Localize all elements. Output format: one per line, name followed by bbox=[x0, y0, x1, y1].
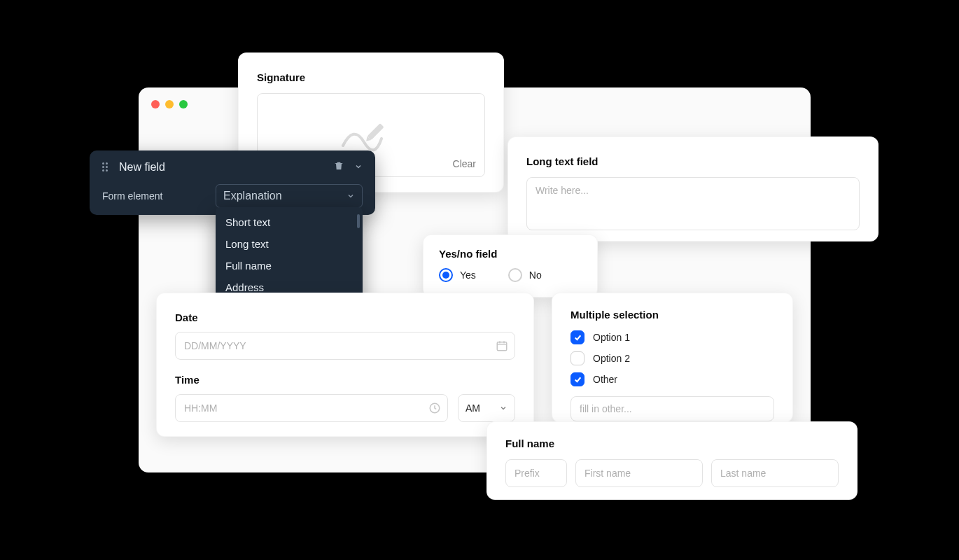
clock-icon[interactable] bbox=[428, 402, 441, 414]
dropdown-item-long-text[interactable]: Long text bbox=[216, 233, 363, 255]
minimize-icon[interactable] bbox=[165, 100, 174, 108]
trash-icon[interactable] bbox=[333, 160, 344, 174]
no-label: No bbox=[529, 270, 542, 281]
form-element-select-value: Explanation bbox=[223, 190, 282, 202]
chevron-down-icon bbox=[346, 192, 355, 200]
first-name-input[interactable] bbox=[575, 459, 703, 487]
option-label: Other bbox=[593, 374, 617, 385]
chevron-down-icon bbox=[499, 404, 507, 412]
yes-radio[interactable]: Yes bbox=[439, 268, 476, 282]
full-name-card: Full name bbox=[486, 421, 858, 500]
date-input[interactable] bbox=[175, 332, 515, 360]
signature-scribble-icon bbox=[340, 118, 402, 153]
yes-label: Yes bbox=[460, 270, 476, 281]
prefix-input[interactable] bbox=[505, 459, 567, 487]
multiple-selection-title: Multiple selection bbox=[570, 309, 774, 321]
checkbox-option-2[interactable]: Option 2 bbox=[570, 351, 774, 365]
radio-checked-icon bbox=[439, 268, 453, 282]
ampm-select[interactable]: AM bbox=[458, 394, 515, 422]
form-element-label: Form element bbox=[102, 190, 162, 202]
last-name-input[interactable] bbox=[711, 459, 839, 487]
window-controls bbox=[151, 100, 188, 108]
calendar-icon[interactable] bbox=[496, 340, 508, 352]
no-radio[interactable]: No bbox=[508, 268, 542, 282]
scrollbar[interactable] bbox=[357, 214, 360, 228]
checkbox-unchecked-icon bbox=[570, 351, 584, 365]
option-label: Option 2 bbox=[593, 353, 630, 364]
option-label: Option 1 bbox=[593, 332, 630, 343]
drag-handle-icon[interactable] bbox=[102, 162, 112, 172]
longtext-title: Long text field bbox=[526, 155, 860, 167]
dropdown-item-full-name[interactable]: Full name bbox=[216, 255, 363, 276]
time-label: Time bbox=[175, 374, 515, 386]
svg-rect-2 bbox=[497, 342, 507, 351]
checkbox-option-1[interactable]: Option 1 bbox=[570, 330, 774, 344]
close-icon[interactable] bbox=[151, 100, 160, 108]
other-input[interactable] bbox=[570, 396, 774, 421]
date-label: Date bbox=[175, 312, 515, 323]
signature-title: Signature bbox=[257, 71, 485, 83]
radio-unchecked-icon bbox=[508, 268, 522, 282]
new-field-title: New field bbox=[119, 161, 165, 174]
maximize-icon[interactable] bbox=[179, 100, 188, 108]
signature-clear-button[interactable]: Clear bbox=[453, 158, 476, 169]
longtext-card: Long text field bbox=[507, 136, 878, 241]
time-input[interactable] bbox=[175, 394, 448, 422]
chevron-down-icon[interactable] bbox=[354, 161, 363, 174]
ampm-value: AM bbox=[465, 402, 480, 414]
yesno-card: Yes/no field Yes No bbox=[423, 234, 598, 298]
date-time-card: Date Time AM bbox=[156, 293, 534, 437]
yesno-title: Yes/no field bbox=[439, 248, 582, 260]
new-field-panel: New field Form element Explanation bbox=[90, 150, 375, 215]
checkbox-checked-icon bbox=[570, 330, 584, 344]
form-element-select[interactable]: Explanation bbox=[216, 184, 363, 208]
longtext-input[interactable] bbox=[526, 177, 860, 230]
checkbox-option-other[interactable]: Other bbox=[570, 372, 774, 386]
full-name-title: Full name bbox=[505, 438, 839, 449]
multiple-selection-card: Multiple selection Option 1 Option 2 Oth… bbox=[552, 293, 793, 423]
checkbox-checked-icon bbox=[570, 372, 584, 386]
dropdown-item-short-text[interactable]: Short text bbox=[216, 211, 363, 233]
